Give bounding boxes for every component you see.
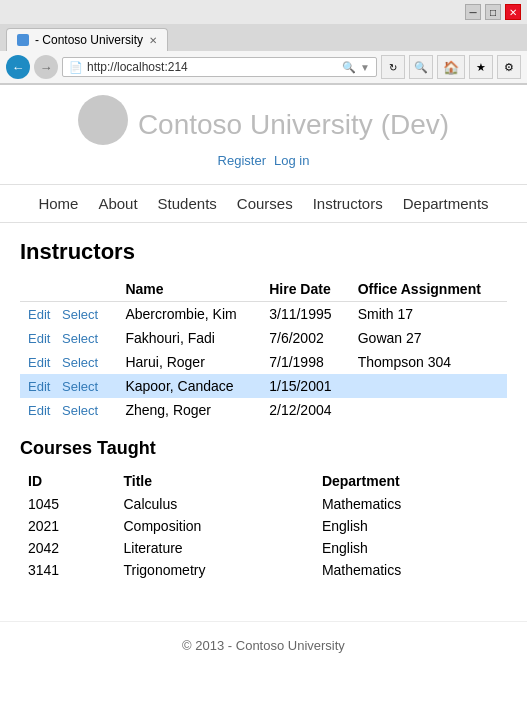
row-name: Fakhouri, Fadi xyxy=(117,326,261,350)
home-button[interactable]: 🏠 xyxy=(437,55,465,79)
address-dropdown-icon[interactable]: ▼ xyxy=(360,62,370,73)
tab-bar: - Contoso University ✕ xyxy=(0,24,527,51)
course-title: Literature xyxy=(116,537,314,559)
courses-section: Courses Taught ID Title Department 1045 … xyxy=(20,438,507,581)
footer-text: © 2013 - Contoso University xyxy=(182,638,345,653)
course-id: 2042 xyxy=(20,537,116,559)
edit-link[interactable]: Edit xyxy=(28,307,50,322)
row-actions: Edit Select xyxy=(20,374,117,398)
course-title: Calculus xyxy=(116,493,314,515)
nav-home[interactable]: Home xyxy=(38,195,78,212)
avatar xyxy=(78,95,128,145)
row-actions: Edit Select xyxy=(20,350,117,374)
browser-chrome: ─ □ ✕ - Contoso University ✕ ← → 📄 🔍 ▼ ↻… xyxy=(0,0,527,85)
site-nav-top: Register Log in xyxy=(0,149,527,176)
maximize-button[interactable]: □ xyxy=(485,4,501,20)
row-office: Smith 17 xyxy=(350,302,507,327)
search-button[interactable]: 🔍 xyxy=(409,55,433,79)
row-hire-date: 2/12/2004 xyxy=(261,398,349,422)
courses-row: 2042 Literature English xyxy=(20,537,507,559)
course-id: 1045 xyxy=(20,493,116,515)
edit-link[interactable]: Edit xyxy=(28,403,50,418)
col-office: Office Assignment xyxy=(350,277,507,302)
nav-bar: ← → 📄 🔍 ▼ ↻ 🔍 🏠 ★ ⚙ xyxy=(0,51,527,84)
row-hire-date: 7/6/2002 xyxy=(261,326,349,350)
table-row: Edit Select Fakhouri, Fadi 7/6/2002 Gowa… xyxy=(20,326,507,350)
address-bar-icon: 📄 xyxy=(69,61,83,74)
col-actions xyxy=(20,277,117,302)
courses-col-title: Title xyxy=(116,469,314,493)
row-actions: Edit Select xyxy=(20,398,117,422)
select-link[interactable]: Select xyxy=(62,307,98,322)
back-button[interactable]: ← xyxy=(6,55,30,79)
refresh-button[interactable]: ↻ xyxy=(381,55,405,79)
nav-students[interactable]: Students xyxy=(158,195,217,212)
course-title: Trigonometry xyxy=(116,559,314,581)
instructors-table: Name Hire Date Office Assignment Edit Se… xyxy=(20,277,507,422)
row-office: Gowan 27 xyxy=(350,326,507,350)
nav-courses[interactable]: Courses xyxy=(237,195,293,212)
course-id: 2021 xyxy=(20,515,116,537)
close-button[interactable]: ✕ xyxy=(505,4,521,20)
row-name: Zheng, Roger xyxy=(117,398,261,422)
table-row: Edit Select Zheng, Roger 2/12/2004 xyxy=(20,398,507,422)
main-nav: Home About Students Courses Instructors … xyxy=(0,184,527,223)
select-link[interactable]: Select xyxy=(62,403,98,418)
row-actions: Edit Select xyxy=(20,326,117,350)
site-footer: © 2013 - Contoso University xyxy=(0,621,527,669)
page-heading: Instructors xyxy=(20,239,507,265)
tab-favicon xyxy=(17,34,29,46)
courses-section-heading: Courses Taught xyxy=(20,438,507,459)
row-office xyxy=(350,374,507,398)
edit-link[interactable]: Edit xyxy=(28,355,50,370)
row-name: Kapoor, Candace xyxy=(117,374,261,398)
nav-about[interactable]: About xyxy=(98,195,137,212)
courses-row: 1045 Calculus Mathematics xyxy=(20,493,507,515)
row-hire-date: 1/15/2001 xyxy=(261,374,349,398)
select-link[interactable]: Select xyxy=(62,379,98,394)
site-header: Contoso University (Dev) Register Log in xyxy=(0,85,527,184)
forward-button[interactable]: → xyxy=(34,55,58,79)
login-link[interactable]: Log in xyxy=(274,153,309,168)
courses-row: 2021 Composition English xyxy=(20,515,507,537)
register-link[interactable]: Register xyxy=(218,153,266,168)
row-office xyxy=(350,398,507,422)
courses-header-row: ID Title Department xyxy=(20,469,507,493)
nav-instructors[interactable]: Instructors xyxy=(313,195,383,212)
address-search-icon: 🔍 xyxy=(342,61,356,74)
edit-link[interactable]: Edit xyxy=(28,379,50,394)
edit-link[interactable]: Edit xyxy=(28,331,50,346)
select-link[interactable]: Select xyxy=(62,355,98,370)
course-department: English xyxy=(314,537,507,559)
row-actions: Edit Select xyxy=(20,302,117,327)
browser-tab[interactable]: - Contoso University ✕ xyxy=(6,28,168,51)
course-id: 3141 xyxy=(20,559,116,581)
course-department: Mathematics xyxy=(314,559,507,581)
course-department: English xyxy=(314,515,507,537)
table-row: Edit Select Harui, Roger 7/1/1998 Thomps… xyxy=(20,350,507,374)
minimize-button[interactable]: ─ xyxy=(465,4,481,20)
col-name: Name xyxy=(117,277,261,302)
table-row: Edit Select Abercrombie, Kim 3/11/1995 S… xyxy=(20,302,507,327)
address-input[interactable] xyxy=(87,60,338,74)
row-name: Harui, Roger xyxy=(117,350,261,374)
address-bar[interactable]: 📄 🔍 ▼ xyxy=(62,57,377,77)
tab-close-button[interactable]: ✕ xyxy=(149,35,157,46)
course-department: Mathematics xyxy=(314,493,507,515)
row-hire-date: 7/1/1998 xyxy=(261,350,349,374)
row-office: Thompson 304 xyxy=(350,350,507,374)
title-bar: ─ □ ✕ xyxy=(0,0,527,24)
select-link[interactable]: Select xyxy=(62,331,98,346)
courses-col-department: Department xyxy=(314,469,507,493)
courses-col-id: ID xyxy=(20,469,116,493)
course-title: Composition xyxy=(116,515,314,537)
tools-button[interactable]: ⚙ xyxy=(497,55,521,79)
site-title: Contoso University (Dev) xyxy=(138,109,449,141)
tab-label: - Contoso University xyxy=(35,33,143,47)
nav-departments[interactable]: Departments xyxy=(403,195,489,212)
favorites-button[interactable]: ★ xyxy=(469,55,493,79)
table-row: Edit Select Kapoor, Candace 1/15/2001 xyxy=(20,374,507,398)
col-hire-date: Hire Date xyxy=(261,277,349,302)
courses-table: ID Title Department 1045 Calculus Mathem… xyxy=(20,469,507,581)
page-content: Contoso University (Dev) Register Log in… xyxy=(0,85,527,685)
